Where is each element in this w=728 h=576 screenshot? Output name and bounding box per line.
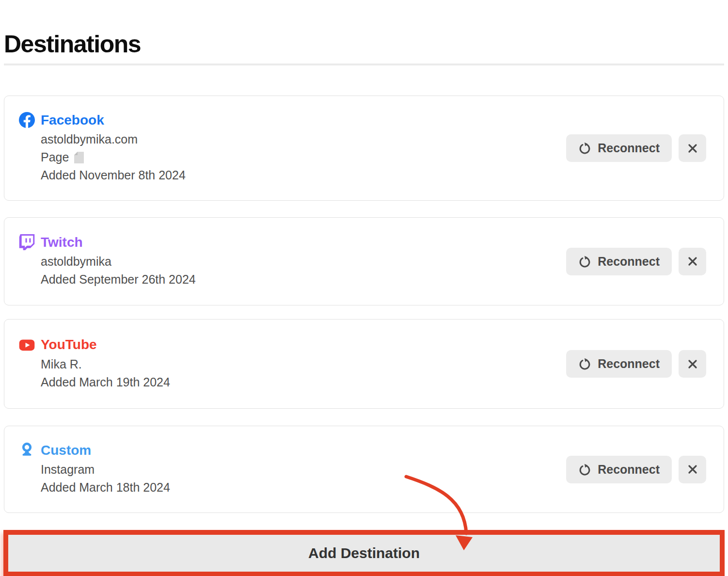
account-type-row: Page bbox=[41, 148, 186, 166]
card-actions: Reconnect bbox=[566, 134, 706, 162]
destination-card-custom: Custom Instagram Added March 18th 2024 R… bbox=[4, 426, 724, 513]
card-actions: Reconnect bbox=[566, 350, 706, 378]
platform-name[interactable]: Facebook bbox=[41, 112, 104, 128]
account-name: Mika R. bbox=[41, 355, 170, 373]
youtube-icon bbox=[19, 337, 35, 353]
platform-name[interactable]: Twitch bbox=[41, 235, 83, 250]
account-type-label: Page bbox=[41, 148, 69, 166]
remove-destination-button[interactable] bbox=[679, 248, 706, 275]
added-date: Added March 18th 2024 bbox=[41, 479, 170, 496]
destination-info: Twitch astoldbymika Added September 26th… bbox=[19, 234, 196, 288]
reconnect-button[interactable]: Reconnect bbox=[566, 134, 672, 162]
account-name: Instagram bbox=[41, 461, 170, 479]
close-icon bbox=[687, 358, 698, 370]
remove-destination-button[interactable] bbox=[679, 350, 706, 378]
remove-destination-button[interactable] bbox=[679, 456, 706, 483]
destination-card-youtube: YouTube Mika R. Added March 19th 2024 Re… bbox=[4, 319, 724, 409]
destinations-page: Destinations Facebook astoldbymika.com P… bbox=[0, 0, 728, 576]
added-date: Added March 19th 2024 bbox=[41, 373, 170, 391]
reconnect-refresh-icon bbox=[578, 463, 591, 476]
account-name: astoldbymika.com bbox=[41, 130, 186, 148]
destination-info: Custom Instagram Added March 18th 2024 bbox=[19, 442, 170, 496]
divider bbox=[4, 64, 724, 65]
add-destination-button[interactable]: Add Destination bbox=[3, 530, 725, 576]
reconnect-button[interactable]: Reconnect bbox=[566, 248, 672, 275]
destination-card-facebook: Facebook astoldbymika.com Page Added Nov… bbox=[4, 96, 724, 201]
reconnect-label: Reconnect bbox=[598, 255, 660, 269]
reconnect-button[interactable]: Reconnect bbox=[566, 350, 672, 378]
reconnect-button[interactable]: Reconnect bbox=[566, 456, 672, 483]
destination-info: YouTube Mika R. Added March 19th 2024 bbox=[19, 337, 170, 391]
close-icon bbox=[687, 256, 698, 267]
reconnect-refresh-icon bbox=[578, 142, 591, 155]
card-actions: Reconnect bbox=[566, 456, 706, 483]
destination-card-twitch: Twitch astoldbymika Added September 26th… bbox=[4, 217, 724, 305]
destination-info: Facebook astoldbymika.com Page Added Nov… bbox=[19, 112, 186, 184]
reconnect-refresh-icon bbox=[578, 357, 591, 370]
close-icon bbox=[687, 464, 698, 475]
account-name: astoldbymika bbox=[41, 253, 196, 271]
add-destination-label: Add Destination bbox=[308, 545, 420, 561]
facebook-icon bbox=[19, 112, 35, 128]
page-document-icon bbox=[73, 151, 85, 164]
custom-destination-icon bbox=[19, 442, 35, 458]
added-date: Added September 26th 2024 bbox=[41, 271, 196, 288]
page-title: Destinations bbox=[4, 30, 141, 58]
added-date: Added November 8th 2024 bbox=[41, 166, 186, 184]
reconnect-refresh-icon bbox=[578, 255, 591, 268]
platform-name[interactable]: YouTube bbox=[41, 337, 97, 352]
twitch-icon bbox=[19, 234, 35, 250]
platform-name[interactable]: Custom bbox=[41, 443, 91, 458]
reconnect-label: Reconnect bbox=[598, 357, 660, 371]
close-icon bbox=[687, 143, 698, 154]
reconnect-label: Reconnect bbox=[598, 463, 660, 477]
reconnect-label: Reconnect bbox=[598, 141, 660, 155]
card-actions: Reconnect bbox=[566, 248, 706, 275]
remove-destination-button[interactable] bbox=[679, 134, 706, 162]
